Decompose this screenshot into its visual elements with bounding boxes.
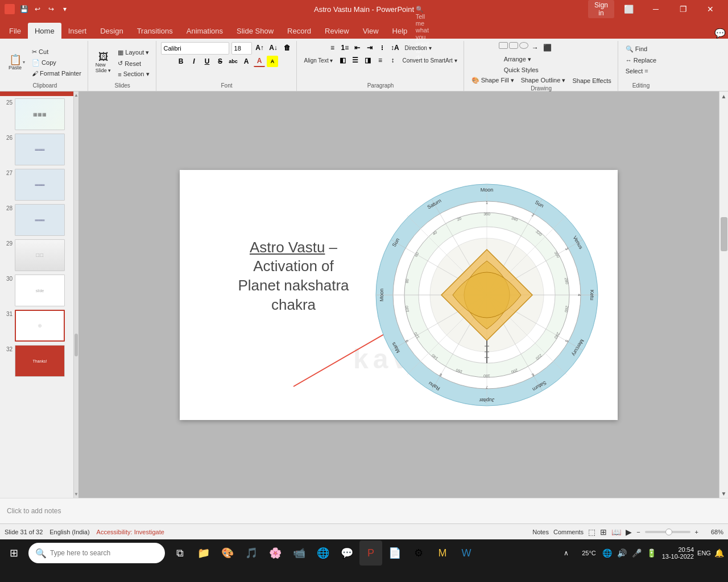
task-view-button[interactable]: ⧉ xyxy=(168,541,191,566)
tab-help[interactable]: Help xyxy=(386,23,415,39)
font-name-input[interactable]: Calibri xyxy=(161,42,229,55)
settings-button[interactable]: ⚙ xyxy=(407,541,430,566)
slide-canvas[interactable]: kaval Astro Vastu – Activation of Planet… xyxy=(180,170,618,420)
quick-styles-button[interactable]: Quick Styles xyxy=(501,65,541,74)
slide-thumb-28[interactable]: 28 ═══ xyxy=(2,204,65,236)
shape-fill-button[interactable]: 🎨 Shape Fill ▾ xyxy=(469,76,517,85)
slideshow-button[interactable]: ▶ xyxy=(626,527,632,537)
slide-thumb-26[interactable]: 26 ═══ xyxy=(2,134,65,165)
select-button[interactable]: Select = xyxy=(623,66,659,76)
comments-ribbon-icon[interactable]: 💬 xyxy=(714,27,726,39)
pinned-app-1[interactable]: 🎨 xyxy=(216,541,239,566)
pinned-app-2[interactable]: 🎵 xyxy=(240,541,263,566)
search-input[interactable] xyxy=(50,549,158,557)
align-text-button[interactable]: Align Text ▾ xyxy=(301,56,336,65)
char-spacing-button[interactable]: abc xyxy=(228,56,239,67)
paste-button[interactable]: 📋 Paste ▾ xyxy=(6,53,28,72)
weather-button[interactable]: 25°C xyxy=(578,541,599,566)
paste-dropdown-icon[interactable]: ▾ xyxy=(23,60,25,65)
slide-panel-scrollbar[interactable]: ▲ ▼ xyxy=(74,92,78,498)
pinned-app-3[interactable]: 🌸 xyxy=(264,541,287,566)
microphone-icon[interactable]: 🎤 xyxy=(630,546,644,560)
shape-rect-icon[interactable] xyxy=(499,42,508,49)
slide-panel-inner[interactable]: 25 ▦▦▦ 26 ═══ 27 ═══ 28 ═══ xyxy=(0,96,73,498)
miro-button[interactable]: M xyxy=(431,541,454,566)
shape-oval-icon[interactable] xyxy=(519,42,528,49)
scroll-down-button[interactable]: ▼ xyxy=(719,489,729,498)
find-button[interactable]: 🔍 Find xyxy=(623,44,659,54)
align-left-button[interactable]: ◧ xyxy=(337,55,348,66)
cut-button[interactable]: ✂ Cut xyxy=(29,47,84,57)
search-commands-icon[interactable]: 🔍 Tell me what you want to do xyxy=(416,27,428,39)
italic-button[interactable]: I xyxy=(188,56,200,67)
tab-record[interactable]: Record xyxy=(280,23,318,39)
numbering-button[interactable]: 1≡ xyxy=(339,42,350,53)
increase-indent-button[interactable]: ⇥ xyxy=(364,42,375,53)
arrange-button[interactable]: Arrange ▾ xyxy=(501,55,541,64)
clock-display[interactable]: 20:54 13-10-2022 xyxy=(660,546,696,560)
minimize-button[interactable]: ─ xyxy=(643,0,669,18)
notes-area[interactable]: Click to add notes xyxy=(0,498,728,523)
powerpoint-button[interactable]: P xyxy=(359,541,382,566)
system-tray-expand[interactable]: ∧ xyxy=(555,541,577,566)
comments-button[interactable]: Comments xyxy=(553,529,584,535)
slide-thumb-31[interactable]: 31 ◎ xyxy=(2,310,65,342)
reset-button[interactable]: ↺ Reset xyxy=(115,59,152,68)
text-shadow-button[interactable]: A xyxy=(241,56,252,67)
highlight-button[interactable]: A xyxy=(267,56,278,67)
font-color-button[interactable]: A xyxy=(254,56,265,67)
pdf-button[interactable]: 📄 xyxy=(383,541,406,566)
language-indicator[interactable]: English (India) xyxy=(49,529,89,535)
language-indicator[interactable]: ENG xyxy=(697,546,711,560)
tab-home[interactable]: Home xyxy=(28,23,61,39)
canvas-area[interactable]: kaval Astro Vastu – Activation of Planet… xyxy=(78,92,719,498)
shape-arrow-icon[interactable]: → xyxy=(530,42,541,53)
align-right-button[interactable]: ◨ xyxy=(362,55,373,66)
slide-thumb-32[interactable]: 32 Thanks! xyxy=(2,345,65,377)
redo-icon[interactable]: ↪ xyxy=(46,3,57,15)
section-button[interactable]: ≡ Section ▾ xyxy=(115,69,152,79)
ribbon-toggle-icon[interactable]: ⬜ xyxy=(615,0,642,18)
save-icon[interactable]: 💾 xyxy=(18,3,30,15)
whatsapp-button[interactable]: 💬 xyxy=(336,541,358,566)
chrome-button[interactable]: 🌐 xyxy=(312,541,334,566)
text-direction-button[interactable]: ↕A xyxy=(389,42,400,53)
close-button[interactable]: ✕ xyxy=(697,0,723,18)
file-explorer-button[interactable]: 📁 xyxy=(192,541,215,566)
convert-smartart-button[interactable]: Convert to SmartArt ▾ xyxy=(399,56,460,65)
slide-thumb-30[interactable]: 30 slide xyxy=(2,275,65,306)
decrease-indent-button[interactable]: ⇤ xyxy=(351,42,363,53)
align-center-button[interactable]: ☰ xyxy=(349,55,361,66)
tab-file[interactable]: File xyxy=(2,23,28,39)
zoom-in-button[interactable]: + xyxy=(695,529,698,535)
tab-slideshow[interactable]: Slide Show xyxy=(230,23,280,39)
slide-title-text[interactable]: Astro Vastu – Activation of Planet naksh… xyxy=(214,238,373,315)
word-button[interactable]: W xyxy=(455,541,478,566)
network-icon[interactable]: 🌐 xyxy=(601,546,614,560)
replace-button[interactable]: ↔ Replace xyxy=(623,56,659,65)
start-button[interactable]: ⊞ xyxy=(2,541,25,566)
zoom-slider[interactable] xyxy=(645,531,690,533)
slide-sorter-button[interactable]: ⊞ xyxy=(600,527,607,537)
zoom-level[interactable]: 68% xyxy=(703,529,723,535)
slide-thumb-29[interactable]: 29 ⬚⬚ xyxy=(2,239,65,271)
slide-thumb-25[interactable]: 25 ▦▦▦ xyxy=(2,98,65,130)
notification-icon[interactable]: 🔔 xyxy=(712,546,726,560)
accessibility-status[interactable]: Accessibility: Investigate xyxy=(97,529,164,535)
columns-button[interactable]: ⫶ xyxy=(377,42,388,53)
tab-animations[interactable]: Animations xyxy=(180,23,230,39)
reading-view-button[interactable]: 📖 xyxy=(611,527,621,537)
justify-button[interactable]: ≡ xyxy=(374,55,386,66)
format-painter-button[interactable]: 🖌 Format Painter xyxy=(29,69,84,78)
pinned-app-4[interactable]: 📹 xyxy=(288,541,311,566)
underline-button[interactable]: U xyxy=(201,56,213,67)
tab-design[interactable]: Design xyxy=(93,23,130,39)
normal-view-button[interactable]: ⬚ xyxy=(588,527,595,537)
font-size-input[interactable]: 18 xyxy=(231,42,252,55)
sign-in-button[interactable]: Sign in xyxy=(588,0,614,18)
battery-icon[interactable]: 🔋 xyxy=(645,546,659,560)
bullets-button[interactable]: ≡ xyxy=(326,42,338,53)
line-spacing-button[interactable]: ↕ xyxy=(387,55,398,66)
shape-more-icon[interactable]: ⬛ xyxy=(542,42,553,53)
bold-button[interactable]: B xyxy=(175,56,187,67)
